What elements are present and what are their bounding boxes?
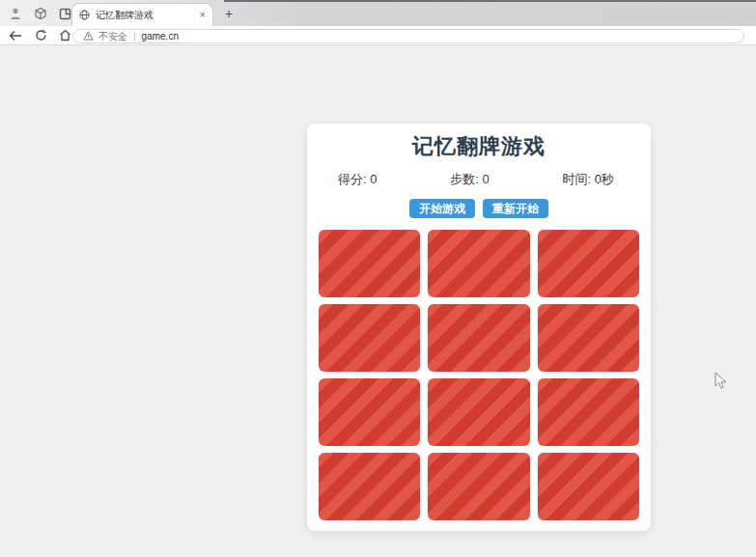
window-top-edge [224,0,756,2]
new-tab-button[interactable]: + [221,6,237,21]
tab-actions-icon[interactable] [58,7,72,21]
page-background: 记忆翻牌游戏 得分: 0 步数: 0 时间: 0秒 开始游戏 重新开始 [0,45,756,557]
time-stat: 时间: 0秒 [563,172,614,187]
card-grid [319,230,639,520]
card-back[interactable] [319,304,420,372]
card-back[interactable] [538,453,639,520]
tab-bar: 记忆翻牌游戏 × + [0,0,756,26]
security-label: 不安全 [98,30,127,43]
mouse-cursor [714,372,728,391]
url-text: game.cn [142,31,179,42]
card-back[interactable] [319,378,420,446]
home-icon[interactable] [57,28,72,43]
globe-icon [79,7,90,24]
back-icon[interactable] [8,28,23,43]
card-back[interactable] [319,230,420,297]
moves-stat: 步数: 0 [450,172,489,187]
not-secure-warning-icon [83,31,94,42]
stats-row: 得分: 0 步数: 0 时间: 0秒 [319,172,639,187]
address-bar[interactable]: 不安全 | game.cn [72,29,744,43]
card-back[interactable] [428,304,529,372]
card-back[interactable] [319,453,420,520]
card-back[interactable] [428,378,529,446]
game-panel: 记忆翻牌游戏 得分: 0 步数: 0 时间: 0秒 开始游戏 重新开始 [307,124,651,531]
tab-title: 记忆翻牌游戏 [96,9,194,22]
card-back[interactable] [428,230,529,297]
score-stat: 得分: 0 [338,172,377,187]
card-back[interactable] [538,304,639,372]
workspaces-icon[interactable] [33,7,47,21]
profile-icon[interactable] [8,7,22,21]
start-game-button[interactable]: 开始游戏 [409,199,475,218]
button-row: 开始游戏 重新开始 [319,199,639,218]
card-back[interactable] [538,378,639,446]
browser-toolbar: 不安全 | game.cn [0,26,756,45]
reload-icon[interactable] [33,28,48,43]
address-separator: | [133,31,136,42]
tab-close-icon[interactable]: × [200,10,206,20]
card-back[interactable] [428,453,529,520]
card-back[interactable] [538,230,639,297]
browser-tab[interactable]: 记忆翻牌游戏 × [71,3,213,26]
page-title: 记忆翻牌游戏 [319,133,639,160]
restart-button[interactable]: 重新开始 [483,199,548,218]
